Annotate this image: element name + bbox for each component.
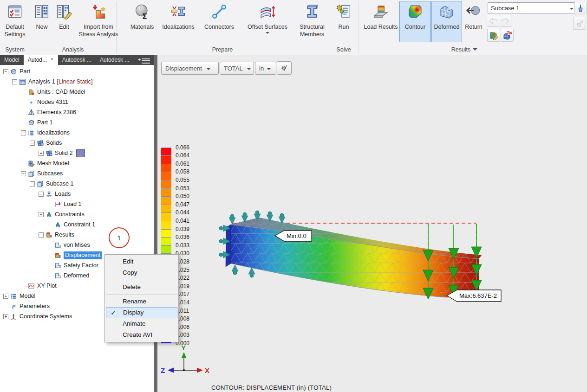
tree-item[interactable]: −Constraints xyxy=(0,209,154,219)
group-separator xyxy=(329,1,329,53)
panel-menu-icon[interactable] xyxy=(142,57,150,64)
load-results-button[interactable]: Load Results xyxy=(363,1,398,43)
annotation-number: 1 xyxy=(117,234,121,242)
probe-button[interactable] xyxy=(574,2,587,14)
import-stress-analysis-button[interactable]: Import from Stress Analysis xyxy=(77,1,120,43)
result-plot-icon xyxy=(54,242,61,249)
next-result-button[interactable] xyxy=(499,15,511,27)
menu-item-create-avi[interactable]: Create AVI xyxy=(106,329,177,341)
menu-item-rename[interactable]: Rename xyxy=(106,296,177,307)
collapse-toggle[interactable]: − xyxy=(3,69,8,74)
collapse-toggle[interactable]: − xyxy=(39,232,44,238)
tree-item[interactable]: Elements 2386 xyxy=(0,107,154,117)
collapse-toggle[interactable]: − xyxy=(12,79,17,84)
menu-item-animate[interactable]: Animate xyxy=(106,318,177,329)
menu-item-copy[interactable]: Copy xyxy=(106,267,177,278)
menu-item-edit[interactable]: Edit xyxy=(106,256,177,267)
tree-item[interactable]: −Solids xyxy=(0,138,154,148)
component-dropdown[interactable]: TOTAL xyxy=(220,62,254,75)
tab-model[interactable]: Model xyxy=(0,55,24,65)
min-callout[interactable]: Min:0.0 xyxy=(275,231,312,241)
legend-value-label: 0.033 xyxy=(176,242,189,249)
collapse-toggle[interactable]: − xyxy=(21,171,26,176)
expand-toggle[interactable]: + xyxy=(3,294,8,299)
group-label-solve: Solve xyxy=(329,46,359,53)
tree-item[interactable]: −Subcase 1 xyxy=(0,179,154,189)
tree-item[interactable]: −Results xyxy=(0,230,154,240)
connectors-button[interactable]: Connectors xyxy=(203,1,235,43)
collapse-toggle[interactable]: − xyxy=(39,212,44,217)
group-label-results[interactable]: Results xyxy=(437,46,492,53)
orientation-triad: X Y Z xyxy=(161,344,209,374)
deformed-beam-model[interactable] xyxy=(226,218,482,297)
probe-icon xyxy=(577,4,584,13)
collapse-toggle[interactable]: − xyxy=(30,181,35,186)
tree-item-label: von Mises xyxy=(64,242,90,248)
part-icon xyxy=(28,119,35,126)
display-options-button[interactable] xyxy=(277,61,292,75)
new-analysis-button[interactable]: New xyxy=(32,1,52,43)
idealizations-button[interactable]: Idealizations xyxy=(157,1,200,43)
analysis-icon xyxy=(19,78,26,85)
close-tab-icon[interactable]: × xyxy=(50,57,54,65)
node-dot-icon xyxy=(28,99,35,106)
max-callout[interactable]: Max:6.637E-2 xyxy=(447,290,501,302)
tree-item[interactable]: −Subcases xyxy=(0,168,154,179)
tree-item[interactable]: Mesh Model xyxy=(0,158,154,168)
legend-value-label: 0.041 xyxy=(176,218,189,224)
tab-document-3[interactable]: Autodesk ... xyxy=(96,55,133,65)
legend-color-band xyxy=(161,205,171,213)
collapse-toggle[interactable]: − xyxy=(21,130,26,135)
annotation-circle: 1 xyxy=(109,227,130,248)
constraint-symbols xyxy=(219,211,285,277)
group-separator xyxy=(30,1,30,53)
offset-surfaces-dropdown-icon[interactable] xyxy=(266,32,269,36)
tree-item-label: Displacement xyxy=(64,251,102,259)
legend-color-band xyxy=(161,237,171,245)
collapse-toggle[interactable]: − xyxy=(30,141,35,146)
tree-item-suffix: [Linear Static] xyxy=(57,78,92,85)
tree-item[interactable]: −Analysis 1[Linear Static] xyxy=(0,77,154,87)
tree-item[interactable]: −Part xyxy=(0,66,154,77)
materials-button[interactable]: Σ Materials xyxy=(129,1,155,43)
legend-color-band xyxy=(161,229,171,238)
tree-item[interactable]: −Idealizations xyxy=(0,128,154,138)
subcase-selector[interactable]: Subcase 1 xyxy=(488,2,577,13)
default-settings-button[interactable]: Default Settings xyxy=(1,1,29,43)
tree-item[interactable]: Constraint 1 xyxy=(0,219,154,230)
structural-members-button[interactable]: Structural Members xyxy=(296,1,328,43)
contour-icon xyxy=(407,1,424,22)
tree-item[interactable]: −Loads xyxy=(0,189,154,199)
run-button[interactable]: Run xyxy=(332,1,356,43)
tree-item[interactable]: Part 1 xyxy=(0,117,154,128)
tab-document-active[interactable]: Autod... × xyxy=(24,55,58,65)
tree-item[interactable]: Load 1 xyxy=(0,199,154,209)
offset-surfaces-button[interactable]: Offset Surfaces xyxy=(243,1,292,43)
edit-contour-icon xyxy=(489,31,498,40)
tree-item[interactable]: +Solid 2 xyxy=(0,148,154,158)
return-button[interactable]: Return xyxy=(463,1,485,43)
edit-analysis-button[interactable]: Edit xyxy=(54,1,74,43)
result-type-dropdown[interactable]: Displacement xyxy=(161,62,219,75)
probe-delete-button[interactable] xyxy=(573,17,586,30)
contour-button[interactable]: Contour xyxy=(399,1,431,42)
expand-toggle[interactable]: + xyxy=(39,151,44,156)
tree-item[interactable]: Units : CAD Model xyxy=(0,87,154,97)
edit-contour-button[interactable] xyxy=(487,29,500,42)
collapse-toggle[interactable]: − xyxy=(39,192,44,197)
expand-toggle[interactable]: + xyxy=(3,314,8,319)
color-swatch[interactable] xyxy=(76,149,85,157)
connectors-icon xyxy=(211,1,227,22)
animate-results-button[interactable] xyxy=(501,29,514,42)
tab-document-2[interactable]: Autodesk ... xyxy=(58,55,96,65)
triad-x-label: X xyxy=(205,366,209,374)
menu-item-display[interactable]: Display✓ xyxy=(106,307,177,318)
structural-members-icon xyxy=(304,1,320,22)
unit-dropdown[interactable]: in xyxy=(255,62,276,75)
menu-item-delete[interactable]: Delete xyxy=(106,282,177,293)
deformed-button[interactable]: Deformed xyxy=(431,1,462,42)
previous-result-button[interactable] xyxy=(487,15,499,27)
return-label: Return xyxy=(465,24,483,31)
tree-item[interactable]: Nodes 4311 xyxy=(0,97,154,107)
tree-item[interactable]: von Mises xyxy=(0,240,154,250)
